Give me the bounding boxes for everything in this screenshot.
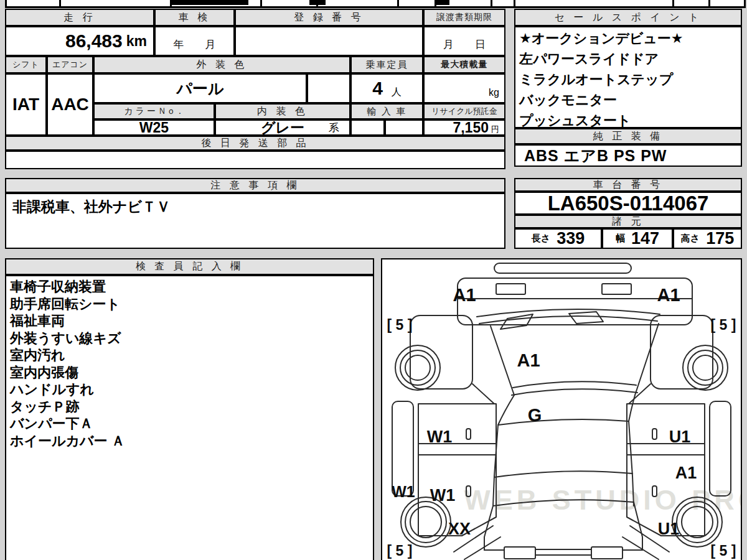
import-value-cell-1 [350, 119, 385, 136]
inspector-note-item: ハンドルすれ [10, 381, 94, 398]
interior-color-value-cell: グレー 系 [215, 119, 350, 136]
genuine-equipment-header: 純 正 装 備 [514, 128, 742, 144]
tire-grade-rear-left: [ 5 ] [387, 543, 413, 559]
recycle-deposit-unit: 円 [491, 124, 499, 135]
rocker-panel-right [710, 401, 731, 496]
sales-point-item: ミラクルオートステップ [515, 69, 673, 90]
a-pillar-left [498, 395, 514, 425]
sales-point-item: 左パワースライドドア [515, 49, 659, 69]
vehicle-info-table: 走 行 車 検 登 録 番 号 譲渡書類期限 86,483 km 年 月 月 日… [5, 9, 505, 169]
damage-label-rear-door-right: A1 [675, 464, 697, 482]
front-wheel-right [683, 345, 728, 390]
inspector-notes-list: 車椅子収納装置 助手席回転シート 福祉車両 外装うすい線キズ 室内汚れ 室内内張… [5, 275, 374, 560]
inspector-notes-box: 検 査 員 記 入 欄 車椅子収納装置 助手席回転シート 福祉車両 外装うすい線… [5, 258, 374, 560]
inspector-note-item: 車椅子収納装置 [10, 278, 106, 296]
mileage-value: 86,483 [65, 30, 123, 52]
transfer-deadline-header: 譲渡書類期限 [423, 9, 505, 26]
spec-width-label: 幅 [616, 233, 625, 245]
inspector-note-item: 室内内張傷 [10, 364, 78, 381]
doors-left [418, 404, 496, 536]
tire-grade-front-left: [ 5 ] [387, 317, 413, 333]
chassis-header: 車 台 番 号 [514, 178, 742, 192]
quarter-crease-left [464, 537, 500, 559]
windshield-left-edge [491, 326, 514, 395]
later-parts-value [5, 151, 505, 169]
genuine-equipment-value: ABS エアB PS PW [514, 144, 742, 167]
sales-points-header: セ ー ル ス ポ イ ン ト [514, 9, 742, 26]
damage-label-front-bumper-right: A1 [657, 285, 680, 305]
quarter-crease-right [622, 537, 659, 559]
sales-point-item: バックモニター [515, 90, 617, 110]
top-cut-text-remnant [436, 0, 449, 5]
top-cut-divider [260, 0, 262, 6]
rocker-panel-left [392, 401, 413, 496]
sales-points-box: セ ー ル ス ポ イ ン ト ★オークションデビュー★ 左パワースライドドア … [514, 9, 742, 167]
top-cut-row [5, 0, 746, 8]
capacity-unit: 人 [392, 86, 402, 99]
recycle-deposit-value-cell: 7,150 円 [423, 119, 505, 136]
max-load-header: 最大積載量 [423, 56, 505, 73]
mileage-header: 走 行 [5, 9, 154, 26]
import-header: 輸 入 車 [350, 103, 423, 119]
exterior-color-extra-cell [307, 73, 350, 103]
color-no-header: カ ラ ー Ｎｏ． [93, 103, 215, 119]
door-handle [652, 429, 657, 439]
inspector-notes-header: 検 査 員 記 入 欄 [5, 258, 374, 275]
inspector-note-item: 外装うすい線キズ [10, 330, 121, 347]
notes-box: 注 意 事 項 欄 非課税車、社外ナビＴＶ [5, 178, 505, 249]
tail-light-left [504, 547, 535, 559]
registration-value [235, 26, 423, 56]
chassis-box: 車 台 番 号 LA650S-0114067 諸 元 長さ 339 幅 147 … [514, 178, 742, 249]
wiper-left [500, 314, 533, 329]
sales-point-item: プッシュスタート [515, 110, 631, 128]
roof-front-strip [494, 263, 631, 273]
max-load-unit: kg [489, 87, 499, 98]
spec-height-label: 高さ [681, 233, 700, 245]
top-cut-divider [397, 0, 399, 6]
headlight-left [496, 284, 525, 294]
sales-points-list: ★オークションデビュー★ 左パワースライドドア ミラクルオートステップ バックモ… [514, 26, 742, 128]
spec-height-value: 175 [706, 229, 734, 248]
damage-label-front-door-right: U1 [669, 427, 691, 446]
damage-diagram-box: WEB STUDIO PRO [381, 258, 742, 560]
notes-header: 注 意 事 項 欄 [5, 178, 505, 193]
damage-label-quarter-left: XX [448, 520, 471, 538]
damage-label-rocker-left: W1 [392, 483, 415, 500]
shift-value: IAT [5, 73, 47, 136]
color-no-value: W25 [93, 119, 215, 136]
recycle-deposit-value: 7,150 [453, 119, 489, 136]
spec-width-cell: 幅 147 [602, 228, 673, 249]
wiper-right [569, 312, 603, 324]
spec-length-label: 長さ [532, 233, 550, 245]
spec-length-cell: 長さ 339 [514, 228, 602, 249]
inspector-note-item: バンパー下Ａ [10, 415, 93, 432]
windshield-base [512, 389, 637, 395]
capacity-header: 乗車定員 [350, 56, 423, 73]
windshield-right-edge [635, 324, 659, 395]
registration-header: 登 録 番 号 [235, 9, 423, 26]
aircon-header: エアコン [47, 56, 93, 73]
top-cut-text-remnant [171, 0, 248, 5]
tire-grade-front-right: [ 5 ] [711, 317, 736, 333]
spec-width-value: 147 [631, 229, 659, 248]
damage-label-front-bumper-left: A1 [453, 285, 476, 305]
front-fender-right [651, 315, 713, 389]
interior-color-suffix: 系 [329, 121, 339, 135]
import-value-cell-2 [385, 119, 423, 136]
top-cut-text-remnant [309, 0, 326, 5]
inspection-value: 年 月 [154, 26, 235, 56]
capacity-value-cell: 4 人 [350, 73, 423, 103]
tire-grade-rear-right: [ 5 ] [711, 543, 736, 559]
exterior-color-value: パール [93, 73, 307, 103]
damage-label-quarter-right: U1 [658, 520, 680, 538]
top-cut-divider [672, 0, 674, 6]
top-cut-divider [491, 0, 492, 6]
interior-color-header: 内 装 色 [215, 103, 350, 119]
door-handle [466, 429, 471, 439]
inspector-note-item: タッチＰ跡 [10, 398, 80, 416]
later-parts-header: 後 日 発 送 部 品 [5, 136, 505, 151]
max-load-value-cell: kg [423, 73, 505, 103]
damage-label-front-door-left: W1 [427, 427, 453, 446]
damage-label-rear-door-left: W1 [430, 486, 456, 505]
spec-height-cell: 高さ 175 [673, 228, 742, 249]
